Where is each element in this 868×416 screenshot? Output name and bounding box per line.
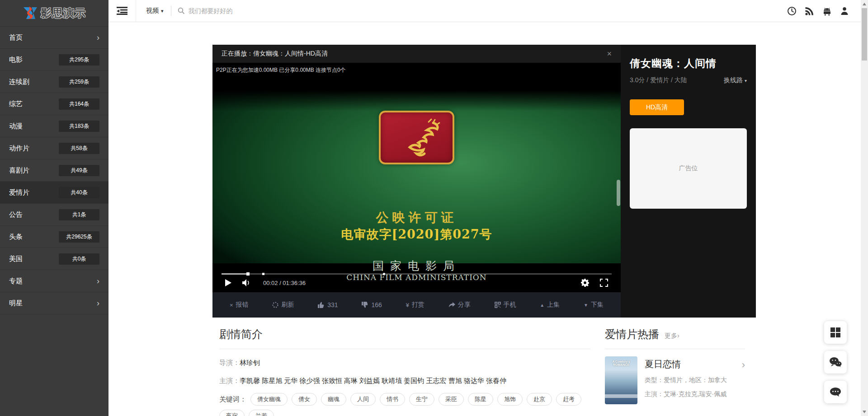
keyword-tag[interactable]: 兰若: [249, 410, 274, 416]
director-row: 导演：林珍钊: [219, 359, 590, 367]
player-block: 正在播放：倩女幽魂：人间情-HD高清 × P2P正在为您加速0.00MB 已分享…: [212, 45, 756, 318]
play-button[interactable]: [225, 279, 231, 286]
video-surface[interactable]: P2P正在为您加速0.00MB 已分享0.00MB 连接节点0个 公映许可证 电…: [212, 63, 621, 292]
feedback-comment-button[interactable]: [824, 381, 847, 403]
topbar-actions: [787, 6, 868, 16]
sidebar-item-anime[interactable]: 动漫 共183条: [0, 115, 108, 137]
sidebar-item-notice[interactable]: 公告 共1条: [0, 204, 108, 226]
keyword-tag[interactable]: 夜宿: [219, 410, 245, 416]
channel-dropdown[interactable]: 视频 ▾: [146, 7, 164, 15]
chevron-down-icon: ▾: [745, 78, 747, 83]
sidebar-item-action[interactable]: 动作片 共58条: [0, 137, 108, 159]
reward-button[interactable]: ¥ 打赏: [406, 301, 425, 309]
keyword-tag[interactable]: 人间: [350, 393, 376, 406]
more-link[interactable]: 更多›: [665, 332, 679, 340]
chevron-right-icon: ›: [97, 299, 99, 307]
director-name[interactable]: 林珍钊: [240, 359, 260, 366]
sidebar-item-movies[interactable]: 电影 共295条: [0, 49, 108, 71]
progress-playhead[interactable]: [246, 272, 250, 276]
sidebar-item-usa[interactable]: 美国 共0条: [0, 248, 108, 270]
brand-logo-icon: [23, 6, 38, 20]
yen-icon: ¥: [406, 302, 409, 308]
fullscreen-icon[interactable]: [600, 279, 608, 287]
history-clock-icon[interactable]: [787, 6, 797, 16]
qr-code-icon: [495, 302, 501, 308]
share-button[interactable]: 分享: [448, 301, 471, 309]
settings-gear-icon[interactable]: [581, 279, 589, 287]
keyword-tag[interactable]: 采臣: [439, 393, 464, 406]
time-display: 00:02 / 01:36:36: [263, 280, 306, 286]
scrollbar[interactable]: [861, 0, 868, 416]
sidebar-toggle-icon[interactable]: [117, 7, 127, 15]
keyword-tag[interactable]: 旭饰: [497, 393, 523, 406]
sidebar-item-romance[interactable]: 爱情片 共40条: [0, 182, 108, 204]
next-episode-button[interactable]: ▼ 下集: [584, 301, 604, 309]
sidebar-item-tv-series[interactable]: 连续剧 共259条: [0, 71, 108, 93]
hot-card-body: 夏日恋情 类型：爱情片，地区：加拿大 主演：艾琳·克拉克,瑞安·佩威: [645, 356, 745, 404]
wechat-share-button[interactable]: [824, 351, 847, 374]
player-titlebar: 正在播放：倩女幽魂：人间情-HD高清 ×: [212, 45, 621, 63]
hot-card[interactable]: A Cowboy's ROMANCE 夏日恋情 类型：爱情片，地区：加拿大 主演…: [605, 356, 745, 404]
chevron-right-icon[interactable]: ›: [742, 360, 745, 370]
keyword-tag[interactable]: 幽魂: [321, 393, 346, 406]
cast-names[interactable]: 李凯馨 陈星旭 元华 徐少强 张致恒 高琳 刘益嫣 耿靖埴 姜国钧 王志宏 曹旭…: [240, 377, 506, 384]
poster-title-text: A Cowboy's ROMANCE: [605, 360, 637, 366]
keyword-tag[interactable]: 赴京: [527, 393, 552, 406]
windows-client-button[interactable]: [824, 321, 847, 344]
user-icon[interactable]: [840, 6, 849, 15]
report-error-button[interactable]: × 报错: [230, 301, 249, 309]
sidebar: 影思演示 首页 › 电影 共295条 连续剧 共259条 综艺 共164条 动漫…: [0, 0, 108, 416]
sidebar-item-headlines[interactable]: 头条 共29625条: [0, 226, 108, 248]
refresh-spinner-icon: [272, 302, 278, 308]
keyword-tag[interactable]: 倩女幽魂: [250, 393, 288, 406]
count-badge: 共29625条: [59, 231, 99, 243]
keyword-tag[interactable]: 情书: [380, 393, 405, 406]
rss-icon[interactable]: [805, 6, 814, 16]
search-bar: [178, 7, 306, 14]
prev-episode-button[interactable]: ▲ 上集: [540, 301, 560, 309]
divider: [136, 0, 136, 22]
scroll-up-arrow[interactable]: [863, 3, 866, 5]
thumbs-up-icon: [318, 302, 325, 308]
mobile-qr-button[interactable]: 手机: [495, 301, 516, 309]
progress-bar[interactable]: [222, 273, 612, 275]
keyword-tag[interactable]: 赶考: [556, 393, 581, 406]
chevron-down-icon: ▾: [161, 8, 164, 14]
dislike-button[interactable]: 166: [362, 301, 382, 308]
like-button[interactable]: 331: [318, 301, 338, 308]
permit-title: 公映许可证: [212, 209, 621, 226]
video-frame: 公映许可证 电审故字[2020]第027号 国家电影局 CHINA FILM A…: [212, 90, 621, 263]
hot-card-meta: 类型：爱情片，地区：加拿大: [645, 376, 745, 384]
hot-list-heading: 爱情片热播: [605, 327, 659, 341]
progress-played: [222, 273, 246, 275]
close-icon[interactable]: ×: [607, 50, 612, 58]
scroll-down-arrow[interactable]: [863, 411, 866, 413]
sidebar-item-comedy[interactable]: 喜剧片 共49条: [0, 159, 108, 182]
sidebar-item-stars[interactable]: 明星 ›: [0, 292, 108, 314]
refresh-button[interactable]: 刷新: [272, 301, 294, 309]
volume-icon[interactable]: [242, 279, 250, 286]
keyword-tag[interactable]: 陈星: [468, 393, 493, 406]
search-input[interactable]: [189, 7, 306, 14]
keyword-tag[interactable]: 生宁: [409, 393, 434, 406]
brand-logo[interactable]: 影思演示: [0, 0, 108, 27]
divider: [171, 6, 171, 16]
chevron-right-icon: ›: [97, 277, 99, 285]
permit-number: 电审故字[2020]第027号: [212, 226, 621, 243]
sidebar-item-topics[interactable]: 专题 ›: [0, 270, 108, 292]
sidebar-item-variety[interactable]: 综艺 共164条: [0, 93, 108, 115]
hot-card-title[interactable]: 夏日恋情: [645, 358, 745, 370]
scrollbar-thumb[interactable]: [862, 8, 867, 61]
count-badge: 共58条: [59, 143, 99, 154]
panel-collapse-handle[interactable]: [617, 180, 620, 206]
quality-hd-button[interactable]: HD高清: [630, 99, 684, 115]
movie-poster[interactable]: A Cowboy's ROMANCE: [605, 356, 637, 404]
divider: [219, 349, 590, 349]
sidebar-item-home[interactable]: 首页 ›: [0, 27, 108, 49]
keyword-tag[interactable]: 倩女: [292, 393, 317, 406]
share-arrow-icon: [448, 302, 455, 308]
triangle-up-icon: ▲: [540, 303, 544, 308]
switch-line-dropdown[interactable]: 换线路 ▾: [724, 76, 747, 84]
android-app-icon[interactable]: [822, 6, 832, 16]
keywords-row: 关键词： 倩女幽魂 倩女 幽魂 人间 情书 生宁 采臣 陈星 旭饰 赴京 赶考 …: [219, 393, 590, 416]
